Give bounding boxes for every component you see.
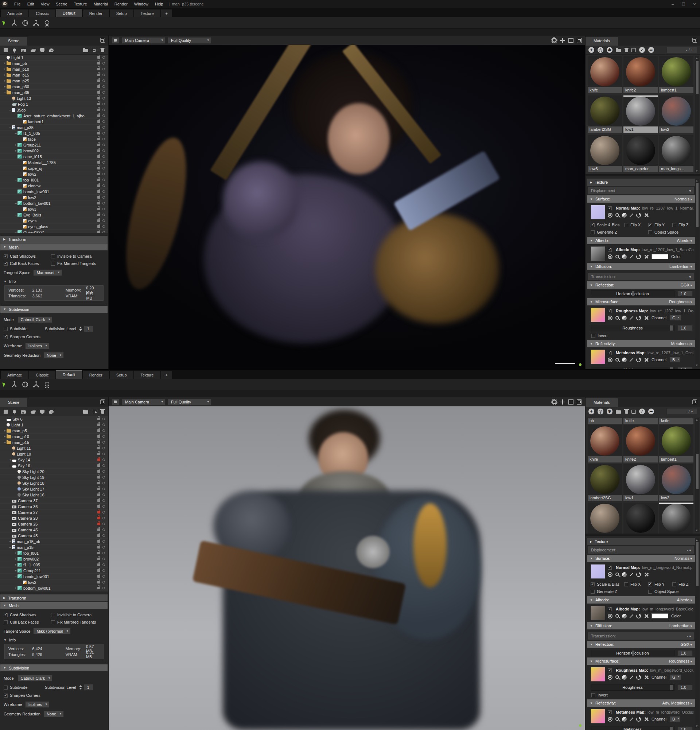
map-zoom-icon[interactable] xyxy=(615,316,619,320)
visibility-icon[interactable] xyxy=(102,97,105,99)
tree-row[interactable]: – man_p15 xyxy=(0,545,108,550)
expand-toggle-icon[interactable]: + xyxy=(3,61,7,65)
expand-toggle-icon[interactable]: – xyxy=(14,575,18,578)
visibility-icon[interactable] xyxy=(102,225,105,228)
map-zoom-icon[interactable] xyxy=(615,255,619,258)
texture-section-header[interactable]: ▶Texture xyxy=(587,538,695,545)
lock-icon[interactable] xyxy=(97,540,100,543)
material-item[interactable]: low1 xyxy=(623,464,658,501)
map-clear-icon[interactable] xyxy=(644,614,649,619)
add-light-icon[interactable] xyxy=(13,48,16,52)
subdivision-level-value[interactable]: 1 xyxy=(84,684,94,691)
object-space-checkbox[interactable] xyxy=(648,590,652,594)
geometry-reduction-dropdown[interactable]: None xyxy=(43,352,64,359)
map-preview-icon[interactable] xyxy=(622,358,627,362)
map-settings-icon[interactable] xyxy=(608,315,612,320)
scene-panel-tab[interactable]: Scene xyxy=(0,399,27,407)
visibility-icon[interactable] xyxy=(102,132,105,134)
tree-row[interactable]: Camera 36 xyxy=(0,504,108,510)
visibility-icon[interactable] xyxy=(102,120,105,123)
visibility-icon[interactable] xyxy=(102,587,105,589)
material-item[interactable]: knife xyxy=(623,418,658,424)
tree-row[interactable]: Light 10 xyxy=(0,451,108,457)
metalness-value[interactable]: 1.0 xyxy=(677,726,693,730)
reflection-mode-dropdown[interactable]: GGX xyxy=(681,283,692,287)
metalness-channel-dropdown[interactable]: B xyxy=(669,716,680,722)
flip-y-checkbox[interactable] xyxy=(648,223,652,227)
cast-shadows-checkbox[interactable] xyxy=(4,613,8,617)
tree-row[interactable]: low2 xyxy=(0,580,108,585)
viewport-popout-icon[interactable] xyxy=(577,38,582,43)
tree-row[interactable]: – Eye_Balls xyxy=(0,212,108,218)
lock-icon[interactable] xyxy=(97,453,100,455)
menu-item[interactable]: File xyxy=(11,1,24,7)
tree-row[interactable]: Sky Light 20 xyxy=(0,469,108,475)
texture-section-header[interactable]: ▶Texture xyxy=(587,178,695,186)
map-zoom-icon[interactable] xyxy=(615,358,619,362)
apply-check-icon[interactable]: ✓ xyxy=(639,47,645,53)
visibility-icon[interactable] xyxy=(102,196,105,199)
map-zoom-icon[interactable] xyxy=(615,675,619,679)
scale-tool-icon[interactable] xyxy=(32,381,40,388)
group-icon[interactable] xyxy=(93,411,95,413)
mesh-section-header[interactable]: ▼Mesh xyxy=(0,602,108,609)
workspace-tab[interactable]: Classic xyxy=(29,371,55,379)
expand-toggle-icon[interactable]: + xyxy=(3,429,7,433)
tree-row[interactable]: + Sky 14 xyxy=(0,457,108,463)
new-material-icon[interactable]: + xyxy=(589,409,594,415)
lock-icon[interactable] xyxy=(97,74,100,76)
visibility-icon[interactable] xyxy=(102,155,105,158)
level-stepper[interactable] xyxy=(79,327,82,331)
lock-icon[interactable] xyxy=(97,464,100,467)
reflection-mode-dropdown[interactable]: GGX xyxy=(681,642,692,647)
map-preview-icon[interactable] xyxy=(622,675,627,680)
material-item[interactable]: knife xyxy=(659,418,693,424)
visibility-icon[interactable] xyxy=(102,213,105,216)
lock-icon[interactable] xyxy=(97,575,100,578)
roughness-value[interactable]: 1.0 xyxy=(677,325,693,331)
group-icon[interactable] xyxy=(93,49,95,52)
roughness-channel-dropdown[interactable]: G xyxy=(669,674,681,680)
lock-icon[interactable] xyxy=(97,470,100,473)
visibility-icon[interactable] xyxy=(102,173,105,175)
tree-row[interactable]: – man_p35 xyxy=(0,125,108,130)
lock-icon[interactable] xyxy=(97,499,100,502)
quality-dropdown[interactable]: Full Quality xyxy=(168,37,212,44)
lock-icon[interactable] xyxy=(97,167,100,169)
map-reload-icon[interactable] xyxy=(636,254,641,259)
roughness-invert-checkbox[interactable] xyxy=(591,334,595,338)
expand-toggle-icon[interactable]: – xyxy=(14,178,18,182)
visibility-icon[interactable] xyxy=(102,464,105,467)
material-item[interactable]: lambert1 xyxy=(659,56,693,94)
lock-icon[interactable] xyxy=(97,458,100,461)
map-preview-icon[interactable] xyxy=(622,254,627,259)
lock-icon[interactable] xyxy=(97,488,100,490)
tree-row[interactable]: Camera 26 xyxy=(0,521,108,527)
lock-icon[interactable] xyxy=(97,587,100,589)
add-camera-icon[interactable] xyxy=(21,410,26,414)
map-clear-icon[interactable] xyxy=(644,358,649,362)
workspace-tab[interactable]: + xyxy=(161,371,172,379)
surface-section-header[interactable]: ▼Surface:Normals xyxy=(587,555,695,562)
tree-row[interactable]: – man_p35 xyxy=(0,90,108,95)
material-counter[interactable]: - / + xyxy=(666,47,697,53)
visibility-icon[interactable] xyxy=(102,167,105,169)
material-counter[interactable]: - / + xyxy=(666,408,697,415)
close-button[interactable]: ✕ xyxy=(689,0,700,8)
lock-icon[interactable] xyxy=(97,511,100,514)
lock-icon[interactable] xyxy=(97,441,100,444)
workspace-tab[interactable]: Setup xyxy=(110,9,133,17)
map-edit-icon[interactable] xyxy=(630,675,634,679)
visibility-icon[interactable] xyxy=(102,429,105,432)
tree-row[interactable]: – cape_l015 xyxy=(0,154,108,160)
expand-toggle-icon[interactable]: – xyxy=(14,213,18,217)
generate-z-checkbox[interactable] xyxy=(590,590,595,594)
visibility-icon[interactable] xyxy=(102,575,105,578)
metalness-map-thumbnail[interactable] xyxy=(590,709,605,723)
expand-toggle-icon[interactable]: – xyxy=(14,114,18,118)
normal-map-checkbox[interactable] xyxy=(608,206,612,210)
expand-toggle-icon[interactable]: + xyxy=(14,586,18,590)
tree-row[interactable]: + f1_1_005 xyxy=(0,562,108,568)
map-reload-icon[interactable] xyxy=(636,315,641,320)
material-item[interactable]: knife xyxy=(588,425,622,463)
